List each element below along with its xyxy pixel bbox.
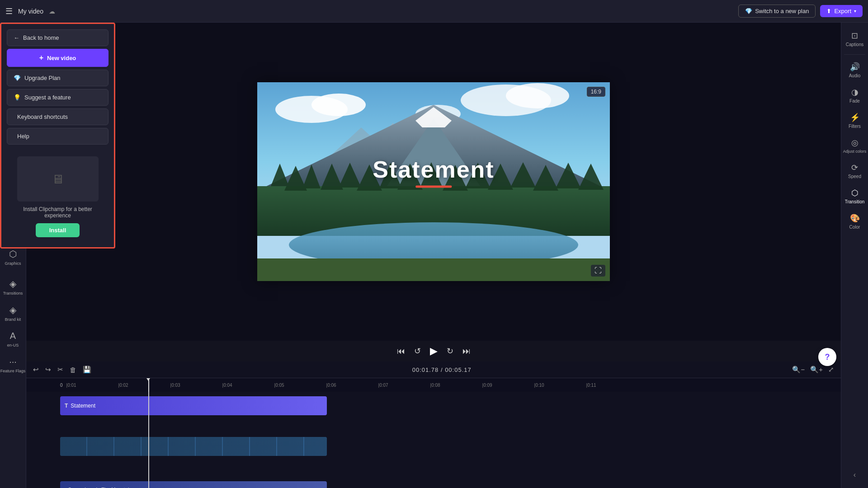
svg-point-4 (506, 83, 569, 108)
sidebar-item-transitions[interactable]: ◈ Transitions (3, 278, 23, 296)
adjust-colors-label: Adjust colors (843, 149, 867, 154)
install-graphic: 🖥 (17, 156, 99, 202)
sidebar-item-feature-flags[interactable]: ··· Feature Flags (0, 357, 26, 373)
filters-label: Filters (849, 124, 861, 129)
sidebar-item-adjust-colors[interactable]: ◎ Adjust colors (841, 134, 868, 157)
cut-button[interactable]: ✂ (56, 364, 65, 375)
sidebar-item-fade[interactable]: ◑ Fade (841, 84, 868, 107)
hamburger-icon[interactable]: ☰ (5, 6, 13, 16)
playhead-triangle (146, 378, 150, 381)
timeline-area: ↩ ↪ ✂ 🗑 💾 00:01.78 / 00:05.17 🔍− 🔍+ ⤢ 0 … (26, 361, 841, 488)
speed-label: Speed (848, 174, 861, 179)
playhead-ruler (148, 378, 149, 392)
ruler-mark-9: |0:09 (482, 383, 534, 388)
timeline-time-display: 00:01.78 / 00:05.17 (96, 366, 787, 373)
new-video-label: New video (47, 55, 76, 61)
audio-icon: 🔊 (850, 62, 860, 72)
right-sidebar: ⊡ Captions 🔊 Audio ◑ Fade ⚡ Filters ◎ Ad… (841, 23, 868, 488)
sidebar-item-graphics[interactable]: ⬡ Graphics (5, 249, 21, 266)
upgrade-plan-button[interactable]: 💎 Upgrade Plan (7, 70, 108, 86)
sidebar-item-lang[interactable]: A en-US (7, 331, 19, 347)
keyboard-shortcuts-button[interactable]: Keyboard shortcuts (7, 108, 108, 125)
timeline-tracks: T Statement ♪ Somewhere In The Mountains (26, 392, 841, 488)
filters-icon: ⚡ (850, 113, 860, 122)
video-preview: Statement 16:9 ⛶ (26, 23, 841, 341)
left-sidebar: ⬡ Graphics ◈ Transitions ◈ Brand kit A e… (0, 244, 26, 488)
top-bar: ☰ My video ☁ 💎 Switch to a new plan ⬆ Ex… (0, 0, 868, 23)
sidebar-item-filters[interactable]: ⚡ Filters (841, 109, 868, 132)
delete-button[interactable]: 🗑 (68, 365, 78, 375)
color-icon: 🎨 (850, 213, 860, 223)
sidebar-separator-1 (844, 54, 865, 55)
sidebar-collapse-arrow[interactable]: ‹ (854, 466, 856, 483)
skip-to-start-button[interactable]: ⏮ (397, 347, 405, 356)
fast-forward-button[interactable]: ↻ (447, 346, 453, 356)
skip-to-end-button[interactable]: ⏭ (462, 347, 471, 356)
upgrade-plan-label: Upgrade Plan (24, 75, 61, 81)
transitions-label: Transitions (3, 291, 23, 296)
audio-track-content[interactable]: ♪ Somewhere In The Mountains (60, 481, 327, 488)
track-video (60, 417, 841, 440)
ruler-mark-7: |0:07 (378, 383, 430, 388)
timeline-ruler: 0 |0:01 |0:02 |0:03 |0:04 |0:05 |0:06 |0… (26, 378, 841, 392)
back-to-home-label: Back to home (23, 34, 59, 41)
sidebar-item-speed[interactable]: ⟳ Speed (841, 159, 868, 183)
question-mark-icon: ? (825, 352, 830, 362)
video-underline (415, 186, 452, 188)
color-label: Color (849, 225, 860, 230)
export-label: Export (834, 8, 851, 14)
install-text: Install Clipchamp for a better experienc… (11, 206, 104, 219)
sidebar-item-color[interactable]: 🎨 Color (841, 210, 868, 233)
switch-plan-button[interactable]: 💎 Switch to a new plan (738, 5, 816, 18)
export-button[interactable]: ⬆ Export ▾ (820, 5, 863, 17)
install-section: 🖥 Install Clipchamp for a better experie… (7, 152, 108, 242)
upgrade-icon: 💎 (14, 75, 21, 81)
keyboard-shortcuts-label: Keyboard shortcuts (17, 113, 68, 120)
fullscreen-button[interactable]: ⛶ (591, 265, 605, 277)
switch-plan-label: Switch to a new plan (755, 8, 809, 14)
text-track-content[interactable]: T Statement (60, 396, 327, 415)
brand-label: Brand kit (5, 317, 21, 322)
lang-label: en-US (7, 343, 19, 347)
install-button[interactable]: Install (36, 223, 80, 237)
back-to-home-button[interactable]: ← Back to home (7, 29, 108, 46)
save-button[interactable]: 💾 (81, 364, 93, 375)
svg-rect-30 (257, 258, 610, 281)
ruler-mark-0: 0 (60, 383, 63, 388)
ruler-mark-5: |0:05 (274, 383, 326, 388)
text-track-label: Statement (71, 403, 95, 409)
ruler-mark-8: |0:08 (430, 383, 482, 388)
diamond-icon: 💎 (745, 8, 752, 14)
transitions-icon: ◈ (9, 278, 16, 289)
center-area: Statement 16:9 ⛶ ⏮ ↺ ▶ ↻ ⏭ ↩ ↪ ✂ 🗑 💾 (26, 23, 841, 488)
timeline-toolbar: ↩ ↪ ✂ 🗑 💾 00:01.78 / 00:05.17 🔍− 🔍+ ⤢ (26, 361, 841, 378)
sidebar-item-brand-kit[interactable]: ◈ Brand kit (5, 305, 21, 322)
track-audio: ♪ Somewhere In The Mountains (60, 441, 841, 458)
sidebar-item-captions[interactable]: ⊡ Captions (841, 27, 868, 51)
text-track-type-icon: T (65, 403, 68, 409)
flags-label: Feature Flags (0, 369, 26, 373)
help-button[interactable]: Help (7, 128, 108, 145)
new-video-button[interactable]: + New video (7, 49, 108, 67)
suggest-feature-button[interactable]: 💡 Suggest a feature (7, 89, 108, 106)
play-button[interactable]: ▶ (430, 345, 438, 357)
app-title: My video (18, 8, 43, 15)
zoom-in-button[interactable]: 🔍+ (809, 364, 824, 375)
sidebar-item-audio[interactable]: 🔊 Audio (841, 58, 868, 82)
plus-icon: + (39, 54, 43, 62)
brand-icon: ◈ (9, 305, 16, 315)
sidebar-item-transition[interactable]: ⬡ Transition (841, 184, 868, 208)
export-icon: ⬆ (826, 8, 831, 14)
undo-button[interactable]: ↩ (32, 364, 40, 375)
zoom-out-button[interactable]: 🔍− (791, 364, 806, 375)
video-canvas: Statement 16:9 ⛶ (257, 82, 610, 281)
ruler-mark-10: |0:10 (534, 383, 586, 388)
audio-label: Audio (849, 73, 861, 78)
transition-icon: ⬡ (851, 188, 859, 198)
svg-point-2 (311, 94, 366, 116)
rewind-button[interactable]: ↺ (414, 346, 421, 356)
install-label: Install (49, 227, 66, 234)
redo-button[interactable]: ↪ (44, 364, 52, 375)
transition-label: Transition (845, 199, 865, 204)
help-fab[interactable]: ? (818, 348, 836, 366)
